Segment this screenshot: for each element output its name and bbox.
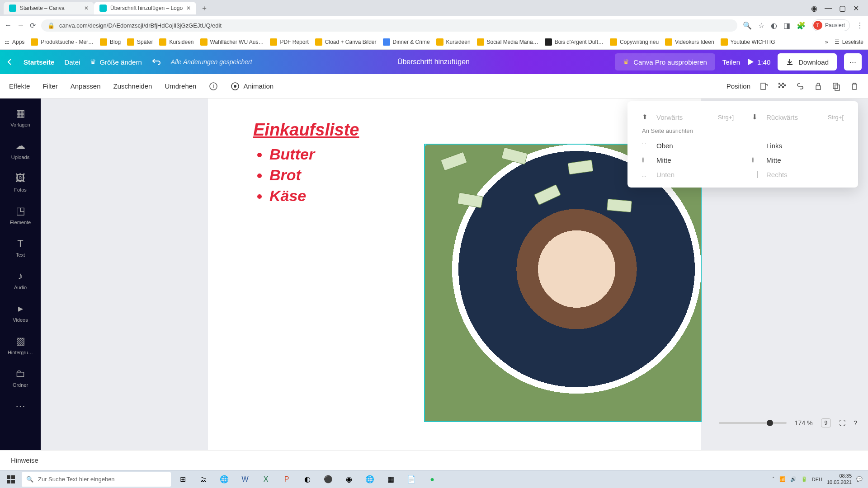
bookmark-item[interactable]: Später bbox=[127, 38, 153, 46]
reading-list[interactable]: ☰Leseliste bbox=[835, 39, 863, 45]
bookmark-item[interactable]: Bois d'Argent Duft… bbox=[545, 38, 604, 46]
forward-button[interactable]: → bbox=[17, 21, 24, 29]
taskbar-search[interactable]: 🔍 Zur Suche Text hier eingeben bbox=[22, 472, 171, 487]
zoom-slider[interactable] bbox=[719, 422, 787, 424]
rail-audio[interactable]: ♪Audio bbox=[0, 264, 41, 296]
back-button[interactable]: ← bbox=[5, 21, 12, 29]
start-button[interactable] bbox=[2, 470, 20, 488]
new-tab-button[interactable]: ＋ bbox=[196, 2, 212, 15]
menu-icon[interactable]: ⋮ bbox=[856, 21, 863, 30]
battery-icon[interactable]: 🔋 bbox=[801, 476, 807, 482]
align-middle-h[interactable]: ⫲Mitte bbox=[752, 156, 844, 164]
zoom-value[interactable]: 174 % bbox=[795, 419, 813, 427]
delete-icon[interactable] bbox=[850, 82, 859, 91]
notifications-icon[interactable]: 💬 bbox=[856, 476, 863, 482]
rail-background[interactable]: ▨Hintergru… bbox=[0, 329, 41, 361]
explorer-icon[interactable]: 🗂 bbox=[193, 470, 213, 488]
bookmark-item[interactable]: Kursideen bbox=[159, 38, 193, 46]
resize-button[interactable]: ♛Größe ändern bbox=[90, 58, 142, 66]
task-view-icon[interactable]: ⊞ bbox=[173, 470, 193, 488]
bookmark-item[interactable]: Copywriting neu bbox=[610, 38, 659, 46]
animation-button[interactable]: Animation bbox=[231, 82, 274, 91]
text-block[interactable]: Einkaufsliste Butter Brot Käse bbox=[253, 120, 359, 206]
rail-elements[interactable]: ◳Elemente bbox=[0, 199, 41, 231]
try-pro-button[interactable]: ♛ Canva Pro ausprobieren bbox=[615, 53, 715, 70]
align-middle-v[interactable]: ⫲Mitte bbox=[642, 156, 734, 164]
volume-icon[interactable]: 🔊 bbox=[790, 476, 797, 482]
notes-bar[interactable]: Hinweise bbox=[0, 450, 868, 470]
minimize-icon[interactable]: — bbox=[825, 4, 832, 13]
zoom-icon[interactable]: 🔍 bbox=[743, 21, 752, 30]
filter-button[interactable]: Filter bbox=[42, 82, 57, 90]
bookmark-overflow[interactable]: » bbox=[825, 39, 828, 45]
browser-tab[interactable]: Startseite – Canva ✕ bbox=[4, 2, 94, 14]
fullscreen-icon[interactable]: ⛶ bbox=[839, 419, 845, 427]
duplicate-icon[interactable] bbox=[832, 82, 841, 91]
undo-button[interactable] bbox=[152, 57, 161, 66]
excel-icon[interactable]: X bbox=[256, 470, 276, 488]
home-link[interactable]: Startseite bbox=[24, 58, 54, 66]
browser-tab-active[interactable]: Überschrift hinzufügen – Logo ✕ bbox=[94, 2, 196, 14]
file-menu[interactable]: Datei bbox=[64, 58, 80, 66]
notepad-icon[interactable]: 📄 bbox=[401, 470, 421, 488]
spotify-icon[interactable]: ● bbox=[422, 470, 442, 488]
edge-icon[interactable]: 🌐 bbox=[214, 470, 234, 488]
maximize-icon[interactable]: ▢ bbox=[839, 4, 846, 13]
bookmark-item[interactable]: Produktsuche - Mer… bbox=[31, 38, 94, 46]
help-icon[interactable]: ? bbox=[854, 419, 857, 427]
bookmark-item[interactable]: ⚏Apps bbox=[5, 39, 24, 45]
more-menu-button[interactable]: ⋯ bbox=[844, 53, 862, 70]
document-title[interactable]: Überschrift hinzufügen bbox=[397, 58, 470, 66]
align-left[interactable]: ⎸Links bbox=[752, 141, 844, 150]
wifi-icon[interactable]: 📶 bbox=[779, 476, 786, 482]
position-button[interactable]: Position bbox=[726, 82, 750, 90]
close-icon[interactable]: ✕ bbox=[186, 5, 191, 11]
bookmark-item[interactable]: Dinner & Crime bbox=[383, 38, 430, 46]
bookmark-item[interactable]: Kursideen bbox=[436, 38, 471, 46]
page-grid-button[interactable]: 9 bbox=[821, 418, 831, 427]
bookmark-item[interactable]: Youtube WICHTIG bbox=[721, 38, 775, 46]
reload-button[interactable]: ⟳ bbox=[30, 21, 36, 30]
back-home-button[interactable] bbox=[6, 58, 14, 66]
rail-photos[interactable]: 🖼Fotos bbox=[0, 166, 41, 199]
star-icon[interactable]: ☆ bbox=[758, 21, 764, 30]
play-button[interactable]: 1:40 bbox=[747, 58, 770, 66]
rail-templates[interactable]: ▦Vorlagen bbox=[0, 101, 41, 134]
canvas-area[interactable]: Einkaufsliste Butter Brot Käse bbox=[41, 99, 868, 450]
chrome-icon[interactable]: ◉ bbox=[339, 470, 359, 488]
close-icon[interactable]: ✕ bbox=[84, 5, 89, 11]
copy-style-icon[interactable] bbox=[760, 82, 769, 91]
user-badge[interactable]: T Pausiert bbox=[812, 19, 850, 31]
clock[interactable]: 08:35 10.05.2021 bbox=[827, 473, 852, 485]
obs-icon[interactable]: ⚫ bbox=[318, 470, 338, 488]
language-indicator[interactable]: DEU bbox=[812, 477, 822, 482]
info-icon[interactable]: i bbox=[209, 82, 218, 91]
bookmark-item[interactable]: PDF Report bbox=[270, 38, 308, 46]
bookmark-item[interactable]: Social Media Mana… bbox=[477, 38, 538, 46]
bookmark-item[interactable]: Cload + Canva Bilder bbox=[315, 38, 377, 46]
slider-thumb[interactable] bbox=[767, 420, 773, 426]
bookmark-item[interactable]: Videokurs Ideen bbox=[665, 38, 714, 46]
effects-button[interactable]: Effekte bbox=[9, 82, 30, 90]
rail-more[interactable]: ⋯ bbox=[0, 394, 41, 418]
rail-text[interactable]: TText bbox=[0, 231, 41, 264]
edge2-icon[interactable]: 🌐 bbox=[360, 470, 380, 488]
adjust-button[interactable]: Anpassen bbox=[71, 82, 101, 90]
url-input[interactable]: 🔒 canva.com/design/DAEdomzscjI/drBfjHdCo… bbox=[41, 19, 737, 32]
app-icon[interactable]: ◐ bbox=[297, 470, 317, 488]
download-button[interactable]: Download bbox=[778, 53, 837, 70]
link-icon[interactable] bbox=[796, 82, 805, 91]
extension-icon[interactable]: ◐ bbox=[771, 21, 777, 30]
chevron-up-icon[interactable]: ˄ bbox=[772, 476, 775, 482]
rail-uploads[interactable]: ☁Uploads bbox=[0, 134, 41, 166]
lock-icon[interactable] bbox=[814, 82, 823, 91]
rail-folder[interactable]: 🗀Ordner bbox=[0, 361, 41, 394]
powerpoint-icon[interactable]: P bbox=[277, 470, 297, 488]
extension-icon[interactable]: ◨ bbox=[783, 21, 790, 30]
extensions-icon[interactable]: 🧩 bbox=[797, 21, 806, 30]
align-top[interactable]: ⎴Oben bbox=[642, 141, 734, 150]
design-page[interactable]: Einkaufsliste Butter Brot Käse bbox=[208, 99, 701, 450]
account-icon[interactable]: ◉ bbox=[811, 4, 817, 13]
crop-button[interactable]: Zuschneiden bbox=[113, 82, 152, 90]
bookmark-item[interactable]: Blog bbox=[100, 38, 121, 46]
